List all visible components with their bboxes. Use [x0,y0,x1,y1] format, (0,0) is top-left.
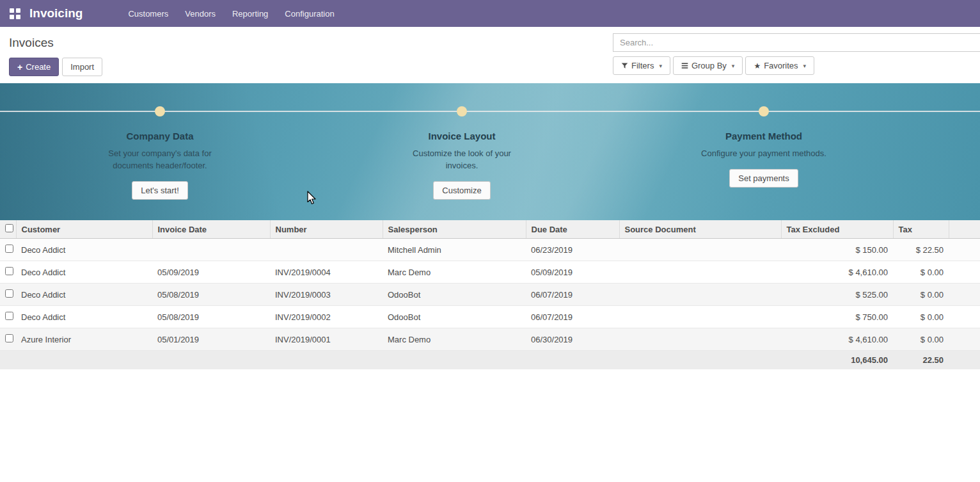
action-buttons: + Create Import [9,58,102,76]
menu-vendors[interactable]: Vendors [177,0,224,27]
cell-spacer [949,239,980,261]
column-header-tax-excluded[interactable]: Tax Excluded [781,220,893,239]
cell-tax-excluded: $ 525.00 [781,284,893,306]
cell-salesperson: Marc Demo [383,328,526,351]
cell-source-document [619,306,781,328]
chevron-down-icon: ▾ [803,63,807,69]
row-checkbox[interactable] [5,289,13,298]
import-button-label: Import [70,62,94,72]
column-header-due-date[interactable]: Due Date [526,220,619,239]
cell-spacer [949,261,980,284]
bars-icon [681,62,688,69]
cell-invoice-date: 05/08/2019 [152,284,270,306]
cell-tax: $ 0.00 [893,284,949,306]
cell-customer: Azure Interior [16,328,152,351]
step-dot [759,106,769,116]
cell-source-document [619,284,781,306]
cell-number: INV/2019/0001 [270,328,383,351]
row-checkbox[interactable] [5,245,13,253]
apps-grid-icon[interactable] [6,5,23,22]
create-button[interactable]: + Create [9,58,59,76]
column-header-tax[interactable]: Tax [893,220,949,239]
cell-tax-excluded: $ 4,610.00 [781,328,893,351]
import-button[interactable]: Import [62,58,102,76]
row-checkbox-cell [0,261,16,284]
cell-customer: Deco Addict [16,261,152,284]
column-header-salesperson[interactable]: Salesperson [383,220,526,239]
customize-button[interactable]: Customize [433,181,490,200]
cell-tax: $ 22.50 [893,239,949,261]
cell-salesperson: Mitchell Admin [383,239,526,261]
table-row[interactable]: Azure Interior 05/01/2019 INV/2019/0001 … [0,328,980,351]
table-row[interactable]: Deco Addict 05/09/2019 INV/2019/0004 Mar… [0,261,980,284]
cell-source-document [619,239,781,261]
cell-number: INV/2019/0002 [270,306,383,328]
cell-tax-excluded: $ 150.00 [781,239,893,261]
plus-icon: + [17,63,22,72]
row-checkbox[interactable] [5,312,13,320]
step-description: Customize the look of your invoices. [398,147,526,172]
cell-invoice-date: 05/09/2019 [152,261,270,284]
table-row[interactable]: Deco Addict 05/08/2019 INV/2019/0002 Odo… [0,306,980,328]
table-row[interactable]: Deco Addict 05/08/2019 INV/2019/0003 Odo… [0,284,980,306]
column-header-customer[interactable]: Customer [16,220,152,239]
cell-due-date: 06/30/2019 [526,328,619,351]
onboarding-banner: Company Data Set your company's data for… [0,83,980,220]
set-payments-button[interactable]: Set payments [729,169,798,188]
cell-spacer [949,306,980,328]
navbar-menus: Customers Vendors Reporting Configuratio… [120,0,342,27]
cell-number: INV/2019/0004 [270,261,383,284]
cell-tax: $ 0.00 [893,306,949,328]
group-by-button[interactable]: Group By ▾ [673,56,743,75]
filters-button[interactable]: Filters ▾ [613,56,670,75]
search-input[interactable] [613,33,980,52]
cell-number [270,239,383,261]
table-row[interactable]: Deco Addict Mitchell Admin 06/23/2019 $ … [0,239,980,261]
cell-salesperson: OdooBot [383,284,526,306]
onboarding-step-company-data: Company Data Set your company's data for… [64,106,256,200]
row-checkbox[interactable] [5,267,13,275]
control-panel-left: Invoices + Create Import [9,33,102,83]
lets-start-button[interactable]: Let's start! [132,181,188,200]
table-header-row: Customer Invoice Date Number Salesperson… [0,220,980,239]
cell-spacer [949,328,980,351]
cell-source-document [619,261,781,284]
step-description: Configure your payment methods. [681,147,847,159]
onboarding-step-invoice-layout: Invoice Layout Customize the look of you… [366,106,558,200]
favorites-button[interactable]: ★ Favorites ▾ [745,56,814,75]
cell-invoice-date: 05/08/2019 [152,306,270,328]
cell-tax-excluded: $ 750.00 [781,306,893,328]
cell-salesperson: OdooBot [383,306,526,328]
column-header-source-document[interactable]: Source Document [619,220,781,239]
totals-empty-cell [0,351,16,370]
cell-tax: $ 0.00 [893,261,949,284]
create-button-label: Create [26,62,51,72]
menu-reporting[interactable]: Reporting [224,0,276,27]
step-dot [457,106,467,116]
row-checkbox-cell [0,284,16,306]
step-description: Set your company's data for documents he… [96,147,224,172]
favorites-button-label: Favorites [764,61,798,70]
column-header-invoice-date[interactable]: Invoice Date [152,220,270,239]
select-all-checkbox[interactable] [5,224,13,232]
top-navbar: Invoicing Customers Vendors Reporting Co… [0,0,980,27]
column-header-spacer [949,220,980,239]
cell-source-document [619,328,781,351]
menu-customers[interactable]: Customers [120,0,177,27]
onboarding-step-payment-method: Payment Method Configure your payment me… [668,106,860,188]
cell-invoice-date: 05/01/2019 [152,328,270,351]
row-checkbox[interactable] [5,334,13,342]
group-by-button-label: Group By [692,61,727,70]
cell-spacer [949,284,980,306]
cell-salesperson: Marc Demo [383,261,526,284]
menu-configuration[interactable]: Configuration [276,0,342,27]
row-checkbox-cell [0,328,16,351]
step-title: Company Data [64,131,256,141]
page-title: Invoices [9,36,102,50]
select-all-checkbox-cell [0,220,16,239]
column-header-number[interactable]: Number [270,220,383,239]
cell-invoice-date [152,239,270,261]
cell-due-date: 06/07/2019 [526,306,619,328]
app-title[interactable]: Invoicing [29,6,83,20]
cell-tax-excluded: $ 4,610.00 [781,261,893,284]
